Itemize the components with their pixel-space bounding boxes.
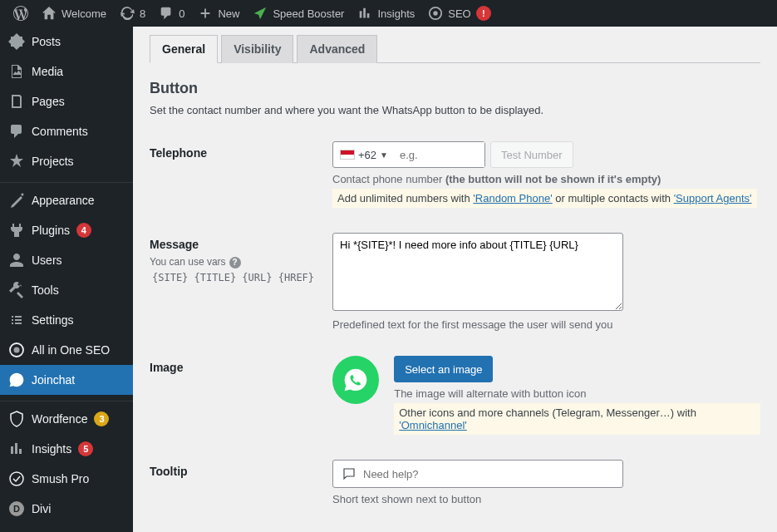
tab-visibility[interactable]: Visibility: [221, 35, 293, 63]
admin-sidebar: Posts Media Pages Comments Projects Appe…: [0, 27, 133, 532]
section-title: Button: [150, 80, 760, 97]
admin-bar: Welcome 8 0 New Speed Booster Insights S…: [0, 0, 777, 27]
svg-text:D: D: [13, 504, 20, 514]
tab-general[interactable]: General: [150, 35, 218, 63]
separator: [0, 397, 133, 401]
site-home[interactable]: Welcome: [35, 0, 113, 27]
phone-number-field[interactable]: [393, 142, 484, 167]
phone-help: Contact phone number (the button will no…: [332, 173, 760, 185]
tooltip-help: Short text shown next to button: [332, 493, 760, 505]
insights-bar[interactable]: Insights: [351, 0, 421, 27]
speed-booster-bar[interactable]: Speed Booster: [246, 0, 351, 27]
sidebar-item-media[interactable]: Media: [0, 57, 133, 86]
svg-point-3: [14, 347, 20, 353]
new-content[interactable]: New: [191, 0, 246, 27]
sidebar-item-comments[interactable]: Comments: [0, 116, 133, 146]
speech-bubble-icon: [342, 466, 357, 481]
svg-point-4: [10, 472, 23, 485]
image-help: The image will alternate with button ico…: [394, 387, 760, 400]
row-tooltip: Tooltip Short text shown next to button: [150, 460, 760, 505]
main-content: General Visibility Advanced Button Set t…: [133, 27, 777, 532]
updates[interactable]: 8: [113, 0, 152, 27]
comments-bar[interactable]: 0: [152, 0, 191, 27]
sidebar-item-settings[interactable]: Settings: [0, 305, 133, 335]
wp-logo[interactable]: [7, 0, 35, 27]
tabs: General Visibility Advanced: [150, 35, 760, 63]
dial-code: +62: [358, 149, 376, 161]
sidebar-item-appearance[interactable]: Appearance: [0, 185, 133, 215]
chevron-down-icon: ▼: [380, 150, 388, 160]
site-name: Welcome: [61, 7, 106, 20]
row-image: Image Select an image The image will alt…: [150, 356, 760, 435]
updates-count: 8: [140, 7, 145, 20]
separator: [0, 179, 133, 183]
sidebar-item-wordfence[interactable]: Wordfence3: [0, 404, 133, 434]
tab-advanced[interactable]: Advanced: [297, 35, 377, 63]
omnichannel-link[interactable]: 'Omnichannel': [399, 419, 467, 431]
plugins-badge: 4: [76, 223, 91, 238]
sidebar-item-speed-booster[interactable]: Speed Booster: [0, 524, 133, 532]
image-upsell-note: Other icons and more channels (Telegram,…: [394, 403, 760, 435]
seo-bar[interactable]: SEO!: [421, 0, 497, 27]
vars-list: {SITE} {TITLE} {URL} {HREF}: [150, 271, 317, 284]
sidebar-item-joinchat[interactable]: Joinchat: [0, 365, 133, 395]
sidebar-item-aioseo[interactable]: All in One SEO: [0, 335, 133, 365]
country-selector[interactable]: +62 ▼: [333, 149, 393, 161]
seo-alert-icon: !: [476, 6, 491, 21]
svg-point-1: [434, 11, 438, 15]
random-phone-link[interactable]: 'Random Phone': [473, 192, 552, 204]
label-tooltip: Tooltip: [150, 460, 332, 505]
sidebar-item-insights[interactable]: Insights5: [0, 434, 133, 464]
sidebar-item-tools[interactable]: Tools: [0, 275, 133, 305]
comments-count: 0: [179, 7, 184, 20]
sidebar-item-divi[interactable]: DDivi: [0, 494, 133, 524]
label-message: Message You can use vars? {SITE} {TITLE}…: [150, 233, 332, 331]
row-telephone: Telephone +62 ▼ Test Number Contact phon…: [150, 141, 760, 208]
section-desc: Set the contact number and where you wan…: [150, 104, 760, 116]
support-agents-link[interactable]: 'Support Agents': [674, 192, 752, 204]
label-image: Image: [150, 356, 332, 435]
tooltip-input-wrap: [332, 460, 623, 488]
sidebar-item-projects[interactable]: Projects: [0, 146, 133, 176]
sidebar-item-users[interactable]: Users: [0, 245, 133, 275]
sidebar-item-posts[interactable]: Posts: [0, 27, 133, 57]
test-number-button[interactable]: Test Number: [490, 141, 573, 168]
phone-input-group: +62 ▼: [332, 141, 485, 168]
phone-upsell-note: Add unlimited numbers with 'Random Phone…: [332, 189, 757, 208]
message-textarea[interactable]: [332, 233, 623, 311]
insights-badge: 5: [78, 441, 93, 456]
row-message: Message You can use vars? {SITE} {TITLE}…: [150, 233, 760, 331]
tooltip-field[interactable]: [363, 468, 614, 480]
sidebar-item-pages[interactable]: Pages: [0, 86, 133, 116]
select-image-button[interactable]: Select an image: [394, 356, 493, 382]
label-telephone: Telephone: [150, 141, 332, 208]
wordfence-badge: 3: [94, 411, 109, 426]
message-help: Predefined text for the first message th…: [332, 318, 760, 331]
sidebar-item-smush[interactable]: Smush Pro: [0, 464, 133, 494]
sidebar-item-plugins[interactable]: Plugins4: [0, 215, 133, 245]
whatsapp-icon: [332, 356, 379, 404]
help-icon[interactable]: ?: [229, 257, 241, 268]
flag-indonesia-icon: [340, 150, 355, 160]
